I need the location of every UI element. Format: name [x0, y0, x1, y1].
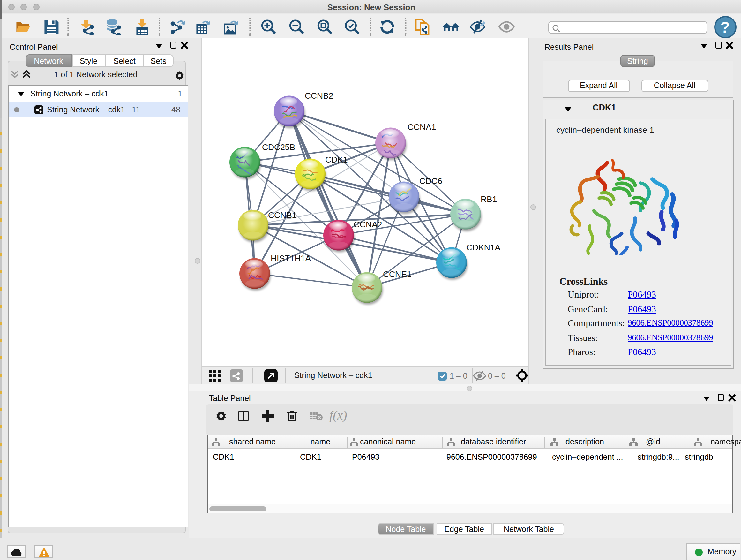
svg-text:CCNA1: CCNA1 [407, 122, 435, 132]
svg-text:CCNE1: CCNE1 [383, 269, 411, 279]
svg-text:HIST1H1A: HIST1H1A [270, 253, 311, 263]
svg-text:CDC25B: CDC25B [262, 142, 295, 152]
svg-text:CDC6: CDC6 [419, 176, 442, 186]
svg-text:CCNA2: CCNA2 [353, 220, 382, 229]
svg-text:CDK1: CDK1 [325, 155, 347, 165]
svg-text:CCNB2: CCNB2 [305, 91, 333, 101]
svg-text:CCNB1: CCNB1 [268, 210, 296, 220]
svg-text:CDKN1A: CDKN1A [466, 243, 500, 252]
svg-text:RB1: RB1 [480, 194, 496, 204]
